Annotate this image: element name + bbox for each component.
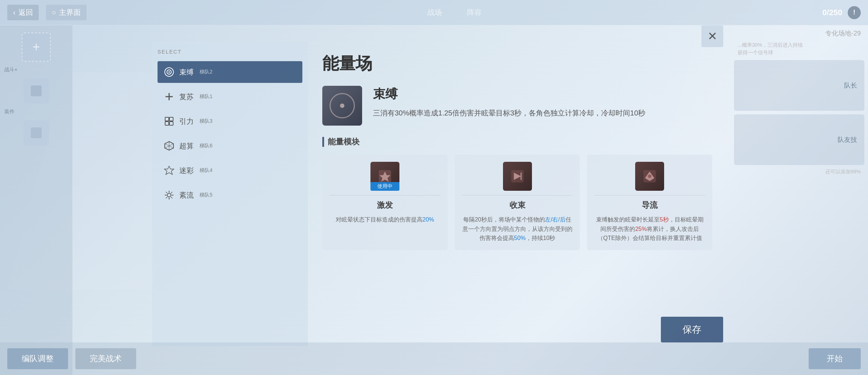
sidebar-gear-icon[interactable] [24,120,49,146]
svg-rect-7 [165,117,169,121]
back-icon: ‹ [13,8,16,17]
battle-section-label: 战斗+ [0,65,72,75]
select-item-shushu[interactable]: 束缚 梯队2 [158,61,302,83]
highlight-jifa: 20% [423,216,434,223]
micai-icon [163,165,175,176]
suxiu-icon [163,189,175,201]
home-label: 主界面 [59,8,81,17]
top-center: 战场 阵容 [94,5,815,20]
shushu-icon [163,66,175,78]
svg-line-22 [171,192,172,193]
highlight-shoshu-dir: 左/右/后 [545,216,566,223]
start-button[interactable]: 开始 [809,348,861,369]
shushu-name: 束缚 [179,67,194,77]
chaosuan-squad: 梯队6 [200,143,213,149]
back-button[interactable]: ‹ 返回 [7,5,39,20]
squad-label-tech: 队友技 [838,135,857,144]
suxiu-name: 紊流 [179,190,194,200]
tab-formation[interactable]: 阵容 [460,5,489,20]
svg-line-21 [171,197,172,198]
gear-section-label: 装件 [0,107,72,117]
skill-icon-large [322,86,362,126]
skill-info: 束缚 三消有30%概率造成1.25倍伤害并眩晕目标3秒，各角色独立计算冷却，冷却… [373,86,645,119]
chaosuan-name: 超算 [179,141,194,151]
module-divider-1 [330,195,440,195]
in-use-badge-jifa: 使用中 [370,182,399,191]
svg-line-20 [166,192,167,193]
home-button[interactable]: ○ 主界面 [46,5,87,20]
score-display: 0/250 [822,8,842,17]
module-card-jifa[interactable]: 使用中 激发 对眩晕状态下目标造成的伤害提高20% [322,155,448,250]
module-card-shoshu[interactable]: 收束 每隔20秒后，将场中某个怪物的左/右/后任意一个方向置为弱点方向，从该方向… [455,155,580,250]
save-button[interactable]: 保存 [661,317,723,342]
micai-name: 迷彩 [179,166,194,176]
svg-point-27 [648,174,651,178]
highlight-daoliu-pct: 25% [635,226,647,232]
module-name-jifa: 激发 [377,200,393,211]
micai-squad: 梯队4 [200,167,213,174]
squad-card-tech: 队友技 [734,114,864,165]
fuso-name: 复苏 [179,92,194,102]
top-right: 0/250 ! [822,6,861,19]
home-icon: ○ [52,8,56,17]
svg-rect-10 [169,122,173,125]
shushu-squad: 梯队2 [200,69,213,75]
back-label: 返回 [18,8,33,17]
fuso-squad: 梯队1 [200,93,213,100]
tab-battle[interactable]: 战场 [420,5,449,20]
select-item-chaosuan[interactable]: 超算 梯队6 [158,135,302,157]
notification-badge[interactable]: ! [848,6,861,19]
right-panel: 专化场地-29 ...概率30%，三消后进入持续获得一个信号球 队长 队友技 还… [730,25,868,342]
module-name-daoliu: 导流 [642,200,658,211]
modules-section-header: 能量模块 [322,136,712,147]
add-squad-button[interactable]: + [22,33,51,62]
skill-name: 束缚 [373,86,645,102]
bottom-bar: 编队调整 完美战术 开始 [0,342,868,375]
select-item-suxiu[interactable]: 紊流 梯队5 [158,184,302,206]
skill-icon-dot [340,104,344,108]
skill-icon-ring [330,93,355,118]
module-icon-daoliu [635,162,664,191]
yinli-icon [163,115,175,127]
suxiu-squad: 梯队5 [200,192,213,198]
select-sidebar: SELECT 束缚 梯队2 复苏 梯队1 [152,42,308,346]
select-label: SELECT [158,49,302,55]
detail-area: 能量场 束缚 三消有30%概率造成1.25倍伤害并眩晕目标3秒，各角色独立计算冷… [308,42,727,346]
fuso-icon [163,91,175,102]
module-divider-3 [594,195,705,195]
chaosuan-icon [163,140,175,152]
module-icon-shoshu [503,162,532,191]
module-divider-2 [462,195,573,195]
module-name-shoshu: 收束 [510,200,525,211]
squad-card-leader: 队长 [734,60,864,111]
squad-label-leader: 队长 [844,81,857,90]
module-desc-shoshu: 每隔20秒后，将场中某个怪物的左/右/后任意一个方向置为弱点方向，从该方向受到的… [462,215,573,243]
svg-rect-8 [169,117,173,121]
close-icon: ✕ [708,29,717,43]
right-info-desc: ...概率30%，三消后进入持续获得一个信号球 [734,41,864,56]
close-button[interactable]: ✕ [701,25,723,47]
svg-rect-1 [31,127,42,138]
tactics-button[interactable]: 完美战术 [75,348,136,369]
module-desc-daoliu: 束缚触发的眩晕时长延至5秒，目标眩晕期间所受伤害的25%将累计，换人攻击后（QT… [594,215,705,243]
right-info-title: 专化场地-29 [734,29,864,38]
team-adjust-button[interactable]: 编队调整 [7,348,68,369]
top-bar: ‹ 返回 ○ 主界面 战场 阵容 0/250 ! [0,0,868,25]
select-item-yinli[interactable]: 引力 梯队3 [158,110,302,132]
skill-header: 束缚 三消有30%概率造成1.25倍伤害并眩晕目标3秒，各角色独立计算冷却，冷却… [322,86,712,126]
module-icon-jifa: 使用中 [370,162,399,191]
modules-label: 能量模块 [328,136,360,147]
svg-rect-0 [31,85,42,96]
detail-title: 能量场 [322,52,712,75]
sidebar-battle-icon[interactable] [24,78,49,104]
skill-desc: 三消有30%概率造成1.25倍伤害并眩晕目标3秒，各角色独立计算冷却，冷却时间1… [373,107,645,119]
select-item-fuso[interactable]: 复苏 梯队1 [158,86,302,108]
select-item-micai[interactable]: 迷彩 梯队4 [158,160,302,181]
right-tech-label: 还可以添加99% [734,169,864,175]
highlight-shoshu-pct: 50% [514,235,526,241]
left-sidebar: + 战斗+ 装件 [0,25,72,375]
save-btn-container: 保存 [661,317,723,342]
module-card-daoliu[interactable]: 导流 束缚触发的眩晕时长延至5秒，目标眩晕期间所受伤害的25%将累计，换人攻击后… [587,155,712,250]
yinli-name: 引力 [179,117,194,126]
modules-grid: 使用中 激发 对眩晕状态下目标造成的伤害提高20% 收束 每隔20秒后，将场中某… [322,155,712,250]
